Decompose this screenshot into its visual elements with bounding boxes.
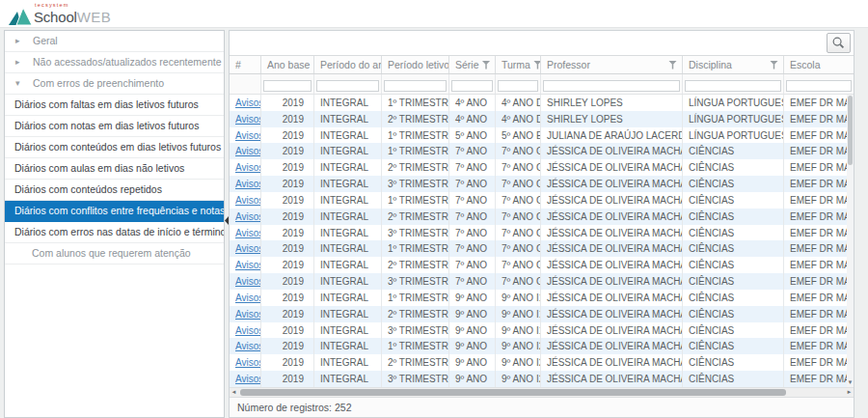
scroll-right-icon[interactable]: ► — [845, 388, 854, 397]
sidebar-item-9[interactable]: Diários com erros nas datas de início e … — [5, 222, 224, 243]
cell-disciplina: CIÊNCIAS — [683, 159, 784, 176]
cell-num: Avisos — [230, 127, 261, 144]
avisos-link[interactable]: Avisos — [235, 357, 261, 368]
filter-funnel-icon[interactable] — [668, 61, 677, 70]
filter-cell-periodo-letivo — [382, 74, 449, 94]
avisos-link[interactable]: Avisos — [235, 276, 261, 287]
filter-input-periodo-letivo[interactable] — [384, 80, 447, 92]
sidebar-item-7[interactable]: Diários com conteúdos repetidos — [5, 180, 224, 201]
search-button[interactable] — [827, 33, 851, 53]
sidebar-item-label: Com erros de preenchimento — [33, 77, 164, 89]
cell-professor: JÉSSICA DE OLIVEIRA MACHADO CATRINCK — [541, 354, 683, 371]
sidebar-section-0[interactable]: ▸Geral — [5, 31, 224, 52]
column-header-ano-base[interactable]: Ano base — [261, 56, 314, 73]
avisos-link[interactable]: Avisos — [235, 98, 261, 108]
column-header-label: Disciplina — [689, 59, 732, 70]
avisos-link[interactable]: Avisos — [235, 325, 261, 336]
column-header-label: # — [235, 59, 241, 70]
sidebar-item-4[interactable]: Diários com notas em dias letivos futuro… — [5, 116, 224, 137]
sidebar-section-2[interactable]: ▾Com erros de preenchimento — [5, 73, 224, 95]
column-header-num[interactable]: # — [230, 56, 261, 73]
filter-input-disciplina[interactable] — [685, 80, 781, 92]
cell-ano-base: 2019 — [261, 338, 314, 354]
horizontal-scrollbar[interactable]: ◄ ► — [230, 387, 854, 397]
column-header-periodo-do-ano[interactable]: Período do ano — [314, 56, 382, 73]
cell-professor: JULIANA DE ARAÚJO LACERDA — [541, 127, 683, 144]
avisos-link[interactable]: Avisos — [235, 243, 261, 254]
avisos-link[interactable]: Avisos — [235, 146, 261, 156]
cell-num: Avisos — [230, 338, 261, 354]
avisos-link[interactable]: Avisos — [235, 162, 261, 173]
vertical-scrollbar-thumb[interactable] — [848, 96, 853, 165]
avisos-link[interactable]: Avisos — [235, 293, 261, 303]
cell-turma: 7º ANO G2 — [496, 192, 541, 209]
cell-disciplina: LÍNGUA PORTUGUESA — [683, 111, 784, 127]
cell-turma: 9º ANO I2 — [496, 338, 541, 354]
column-header-professor[interactable]: Professor — [541, 56, 683, 73]
filter-input-periodo-do-ano[interactable] — [316, 80, 379, 92]
sidebar-item-3[interactable]: Diários com faltas em dias letivos futur… — [5, 95, 224, 116]
sidebar-item-6[interactable]: Diários com aulas em dias não letivos — [5, 158, 224, 180]
cell-disciplina: CIÊNCIAS — [683, 257, 784, 273]
avisos-link[interactable]: Avisos — [235, 309, 261, 320]
filter-funnel-icon[interactable] — [482, 61, 491, 70]
diaries-table-panel: #Ano basePeríodo do anoPeríodo letivoSér… — [229, 30, 854, 418]
cell-periodo-do-ano: INTEGRAL — [314, 257, 382, 273]
filter-input-turma[interactable] — [498, 80, 538, 92]
cell-turma: 9º ANO I1 — [496, 306, 541, 322]
avisos-link[interactable]: Avisos — [235, 260, 261, 270]
cell-serie: 9º ANO — [449, 338, 496, 354]
filter-input-serie[interactable] — [451, 80, 493, 92]
cell-escola: EMEF DR MÁRIO VE — [784, 111, 854, 127]
cell-ano-base: 2019 — [261, 143, 314, 159]
column-header-label: Período letivo — [388, 59, 449, 70]
table-row: Avisos2019INTEGRAL1º TRIMESTRE7º ANO7º A… — [230, 240, 854, 257]
filter-input-ano-base[interactable] — [263, 80, 312, 92]
cell-escola: EMEF DR MÁRIO VE — [784, 127, 854, 144]
filter-funnel-icon[interactable] — [770, 61, 778, 70]
sidebar-section-1[interactable]: ▸Não acessados/atualizados recentemente — [5, 52, 224, 73]
column-header-serie[interactable]: Série — [449, 56, 496, 73]
cell-serie: 9º ANO — [449, 371, 496, 387]
cell-turma: 7º ANO G2 — [496, 209, 541, 225]
cell-ano-base: 2019 — [261, 354, 314, 371]
avisos-link[interactable]: Avisos — [235, 374, 261, 384]
cell-serie: 7º ANO — [449, 273, 496, 290]
avisos-link[interactable]: Avisos — [235, 195, 261, 206]
avisos-link[interactable]: Avisos — [235, 130, 261, 141]
avisos-link[interactable]: Avisos — [235, 179, 261, 189]
filter-input-escola[interactable] — [786, 80, 852, 92]
filter-input-professor[interactable] — [543, 80, 680, 92]
avisos-link[interactable]: Avisos — [235, 114, 261, 125]
vertical-scrollbar[interactable]: ▼ — [847, 95, 854, 387]
avisos-link[interactable]: Avisos — [235, 211, 261, 222]
cell-periodo-do-ano: INTEGRAL — [314, 111, 382, 127]
scroll-down-icon[interactable]: ▼ — [847, 379, 854, 386]
cell-periodo-letivo: 1º TRIMESTRE — [382, 290, 449, 306]
column-header-escola[interactable]: Escola — [784, 56, 854, 73]
cell-ano-base: 2019 — [261, 95, 314, 111]
cell-serie: 7º ANO — [449, 240, 496, 257]
sidebar-menu: ▸Geral▸Não acessados/atualizados recente… — [4, 30, 225, 418]
cell-periodo-letivo: 1º TRIMESTRE — [382, 95, 449, 111]
brand-text: tecsystemSchoolWEB — [34, 3, 111, 27]
column-header-disciplina[interactable]: Disciplina — [683, 56, 784, 73]
cell-periodo-do-ano: INTEGRAL — [314, 371, 382, 387]
cell-num: Avisos — [230, 192, 261, 209]
avisos-link[interactable]: Avisos — [235, 228, 261, 238]
sidebar-section-10[interactable]: Com alunos que requerem atenção — [5, 243, 224, 265]
sidebar-item-8[interactable]: Diários com conflitos entre frequências … — [5, 201, 224, 222]
column-header-periodo-letivo[interactable]: Período letivo — [382, 56, 449, 73]
column-header-turma[interactable]: Turma — [496, 56, 541, 73]
cell-turma: 4º ANO D1 — [496, 95, 541, 111]
cell-serie: 4º ANO — [449, 111, 496, 127]
cell-escola: EMEF DR MÁRIO VE — [784, 159, 854, 176]
table-row: Avisos2019INTEGRAL1º TRIMESTRE4º ANO4º A… — [230, 95, 854, 111]
cell-professor: JÉSSICA DE OLIVEIRA MACHADO CATRINCK — [541, 322, 683, 339]
cell-periodo-do-ano: INTEGRAL — [314, 306, 382, 322]
scroll-left-icon[interactable]: ◄ — [230, 388, 238, 397]
horizontal-scrollbar-thumb[interactable] — [240, 389, 786, 396]
filter-funnel-icon[interactable] — [533, 61, 541, 70]
avisos-link[interactable]: Avisos — [235, 341, 261, 351]
sidebar-item-5[interactable]: Diários com conteúdos em dias letivos fu… — [5, 137, 224, 158]
